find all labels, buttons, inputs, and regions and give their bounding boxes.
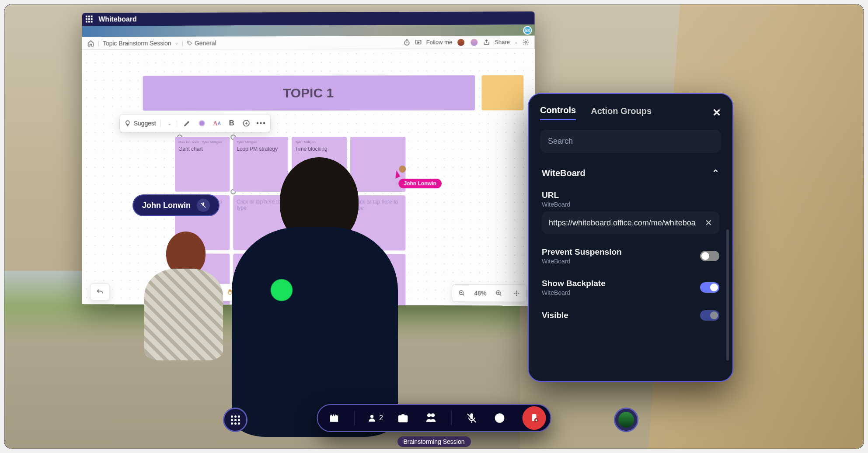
clear-input-icon[interactable]: ✕: [705, 218, 712, 228]
panel-row-show-backplate: Show Backplate WiteBoard: [540, 272, 721, 303]
topic-header[interactable]: TOPIC 1: [143, 75, 475, 111]
panel-search-input[interactable]: Search: [540, 130, 721, 153]
raise-hand-icon[interactable]: [423, 410, 439, 426]
close-icon[interactable]: ✕: [712, 107, 721, 119]
chevron-down-icon[interactable]: ⌄: [175, 41, 178, 45]
breadcrumb-title[interactable]: Topic Brainstorm Session: [103, 39, 171, 46]
avatar-self: [232, 157, 398, 437]
sticky-note[interactable]: Max Horacek , Tyler MilliganGant chart: [175, 137, 230, 192]
settings-gear-icon[interactable]: [522, 38, 529, 45]
show-backplate-toggle[interactable]: [700, 282, 719, 293]
people-count[interactable]: 2: [367, 413, 383, 423]
color-swatch[interactable]: [197, 118, 207, 128]
svg-point-10: [401, 417, 405, 421]
camera-icon[interactable]: [395, 410, 411, 426]
app-launcher-icon[interactable]: [86, 16, 94, 24]
participant-avatar-1[interactable]: [457, 38, 465, 46]
panel-section-whiteboard[interactable]: WiteBoard ⌃: [540, 162, 721, 184]
share-arrow-icon: [483, 38, 490, 45]
self-avatar-badge[interactable]: [614, 408, 638, 432]
svg-point-12: [432, 414, 435, 417]
user-muted-icon: [197, 199, 210, 212]
dock-launcher-button[interactable]: [223, 408, 248, 432]
tab-controls[interactable]: Controls: [540, 105, 576, 120]
floating-toolbar: Suggest ⌄ AA B •••: [119, 114, 271, 132]
add-icon[interactable]: [242, 118, 251, 128]
follow-me-button[interactable]: Follow me: [426, 39, 453, 45]
session-dock: 2: [317, 404, 551, 432]
panel-row-prevent-suspension: Prevent Suspension WiteBoard: [540, 240, 721, 272]
zoom-level: 48%: [474, 290, 486, 297]
panel-url-input[interactable]: https://whiteboard.office.com/me/whitebo…: [542, 211, 719, 234]
people-icon: [367, 413, 376, 423]
svg-point-11: [428, 414, 430, 417]
present-icon[interactable]: [415, 39, 422, 46]
timer-icon[interactable]: [403, 39, 410, 46]
svg-point-13: [495, 414, 504, 422]
tag-icon: [187, 40, 193, 46]
visible-toggle[interactable]: [700, 310, 719, 321]
session-name-label: Brainstorming Session: [397, 436, 471, 447]
remote-cursor-avatar: [399, 166, 406, 173]
undo-icon[interactable]: [95, 287, 105, 297]
participant-avatar-2[interactable]: [470, 38, 479, 46]
share-button[interactable]: Share: [495, 39, 510, 45]
tab-action-groups[interactable]: Action Groups: [591, 106, 652, 120]
breadcrumb-bar: | Topic Brainstorm Session ⌄ | General F…: [82, 36, 535, 50]
zoom-out-icon[interactable]: [457, 288, 467, 298]
remote-cursor-label: John Lonwin: [398, 179, 441, 188]
breadcrumb-tag[interactable]: General: [187, 39, 216, 46]
zoom-in-icon[interactable]: [494, 288, 504, 298]
suggest-button[interactable]: Suggest: [124, 120, 161, 127]
home-icon[interactable]: [87, 40, 94, 47]
svg-point-7: [516, 293, 517, 294]
fit-screen-icon[interactable]: [511, 288, 522, 298]
suggest-chevron-icon[interactable]: ⌄: [166, 121, 178, 126]
svg-point-0: [188, 41, 189, 42]
panel-scrollbar[interactable]: [726, 229, 729, 360]
chevron-up-icon: ⌃: [712, 168, 719, 178]
microphone-muted-icon[interactable]: [464, 410, 480, 426]
prevent-suspension-toggle[interactable]: [700, 251, 719, 261]
panel-row-visible: Visible: [540, 303, 721, 321]
clapperboard-icon[interactable]: [326, 410, 342, 426]
svg-point-8: [370, 415, 373, 418]
topic-side-block[interactable]: [481, 75, 523, 111]
more-icon[interactable]: •••: [257, 118, 266, 128]
lightbulb-icon: [124, 120, 131, 127]
panel-tabs: Controls Action Groups ✕: [540, 105, 721, 120]
user-presence-bubble: John Lonwin: [132, 194, 220, 216]
font-icon[interactable]: AA: [212, 118, 222, 128]
avatar-other-user: [140, 232, 214, 354]
whiteboard-titlebar: Whiteboard: [82, 11, 535, 26]
share-chevron-icon[interactable]: ⌄: [514, 40, 518, 45]
emoji-icon[interactable]: [492, 410, 508, 426]
bold-button[interactable]: B: [227, 118, 237, 128]
whiteboard-app-name: Whiteboard: [98, 15, 136, 23]
controls-panel: Controls Action Groups ✕ Search WiteBoar…: [528, 93, 733, 382]
pencil-icon[interactable]: [182, 118, 192, 128]
user-initials-chip[interactable]: SK: [523, 26, 532, 35]
panel-row-url: URL WiteBoard https://whiteboard.office.…: [540, 184, 721, 240]
leave-button[interactable]: [523, 406, 546, 430]
svg-point-3: [525, 41, 526, 43]
whiteboard-hero-image: SK: [82, 24, 535, 37]
